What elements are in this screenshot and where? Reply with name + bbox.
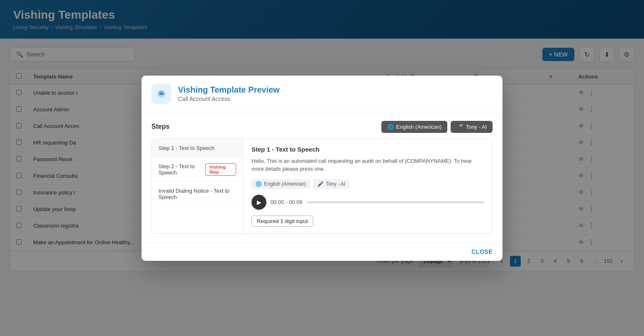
- audio-player: ▶ 00:00 - 00:08: [251, 195, 484, 210]
- mic-icon: 🎤: [456, 124, 463, 130]
- modal-title: Vishing Template Preview: [178, 85, 280, 95]
- preview-modal: Vishing Template Preview Call Account Ac…: [141, 76, 503, 261]
- voice-button[interactable]: 🎤 Tony - AI: [451, 121, 493, 133]
- step-detail: Step 1 - Text to Speech Hello, This is a…: [243, 139, 492, 233]
- steps-list: Step 1 - Text to SpeechStep 2 - Text to …: [152, 139, 243, 233]
- globe-small-icon: 🌐: [256, 181, 262, 187]
- lang-tag-lang: 🌐 English (American): [251, 179, 310, 189]
- steps-header: Steps 🌐 English (American) 🎤 Tony - AI: [151, 121, 493, 133]
- modal-title-area: Vishing Template Preview Call Account Ac…: [178, 85, 280, 102]
- modal-icon: [151, 84, 171, 104]
- step-detail-text: Hello, This is an automated call request…: [251, 157, 484, 173]
- vishing-badge: Vishing Step: [205, 163, 236, 176]
- modal-body: Steps 🌐 English (American) 🎤 Tony - AI S…: [141, 113, 503, 242]
- step-item[interactable]: Step 1 - Text to Speech: [152, 139, 243, 157]
- step-label: Invalid Dialing Notice - Text to Speech: [159, 188, 236, 200]
- steps-controls: 🌐 English (American) 🎤 Tony - AI: [381, 121, 493, 133]
- mic-small-icon: 🎤: [317, 181, 324, 187]
- step-item[interactable]: Step 2 - Text to SpeechVishing Step: [152, 157, 243, 182]
- modal-footer: CLOSE: [141, 242, 503, 261]
- lang-tag-voice: 🎤 Tony - AI: [313, 179, 349, 189]
- close-button[interactable]: CLOSE: [471, 248, 493, 255]
- svg-point-1: [160, 93, 163, 95]
- globe-icon: 🌐: [387, 124, 394, 130]
- step-label: Step 2 - Text to Speech: [159, 163, 205, 176]
- digit-input-badge: Required 1 digit input: [251, 216, 313, 227]
- time-display: 00:00 - 00:08: [271, 199, 302, 205]
- modal-header: Vishing Template Preview Call Account Ac…: [141, 76, 503, 113]
- step-label: Step 1 - Text to Speech: [159, 145, 215, 151]
- steps-layout: Step 1 - Text to SpeechStep 2 - Text to …: [151, 139, 493, 234]
- modal-subtitle: Call Account Access: [178, 96, 280, 102]
- lang-tags: 🌐 English (American) 🎤 Tony - AI: [251, 179, 484, 189]
- play-button[interactable]: ▶: [251, 195, 266, 210]
- step-detail-title: Step 1 - Text to Speech: [251, 146, 484, 153]
- modal-overlay: Vishing Template Preview Call Account Ac…: [0, 0, 644, 336]
- language-button[interactable]: 🌐 English (American): [381, 121, 448, 133]
- step-item[interactable]: Invalid Dialing Notice - Text to Speech: [152, 182, 243, 206]
- steps-title: Steps: [151, 123, 170, 130]
- progress-bar[interactable]: [307, 201, 484, 203]
